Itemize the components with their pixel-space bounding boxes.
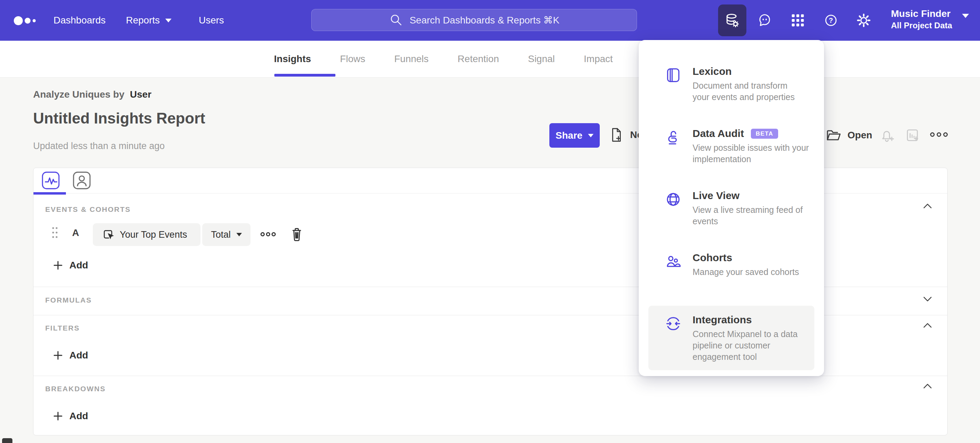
open-report-button[interactable]: Open [826,127,872,143]
tab-impact[interactable]: Impact [584,54,613,65]
tab-retention[interactable]: Retention [458,54,499,65]
search-placeholder: Search Dashboards & Reports ⌘K [410,14,559,26]
plus-icon [53,260,63,270]
collapse-filters-button[interactable] [921,319,934,332]
drag-handle[interactable] [51,226,58,239]
tab-funnels[interactable]: Funnels [394,54,429,65]
expand-formulas-button[interactable] [921,292,934,305]
metrics-tab-button[interactable] [41,171,60,190]
project-scope: All Project Data [891,20,952,31]
section-label-filters: FILTERS [45,324,80,332]
tab-insights[interactable]: Insights [274,54,311,65]
mixpanel-logo-icon[interactable] [14,16,38,25]
nav-dashboards[interactable]: Dashboards [54,0,106,41]
project-caret-icon[interactable] [962,18,969,24]
ellipsis-icon [930,132,948,138]
gear-icon [856,13,872,28]
page-title[interactable]: Untitled Insights Report [33,110,205,127]
active-builder-tab-underline [33,192,66,195]
help-circle-icon: ? [823,13,839,28]
beta-badge: BETA [751,129,778,139]
share-button[interactable]: Share [549,123,600,148]
event-name: Your Top Events [120,229,187,240]
alert-bell-plus-button[interactable] [879,127,895,143]
nav-reports[interactable]: Reports [126,0,172,41]
updated-timestamp: Updated less than a minute ago [33,141,165,151]
help-button[interactable]: ? [817,5,845,36]
section-label-events: EVENTS & COHORTS [45,205,131,214]
event-cursor-icon [102,229,114,241]
plus-icon [53,350,63,360]
data-management-menu: Lexicon Document and transform your even… [639,40,824,376]
search-input[interactable]: Search Dashboards & Reports ⌘K [311,9,637,31]
menu-item-cohorts[interactable]: Cohorts Manage your saved cohorts [648,244,815,285]
delete-event-button[interactable] [288,225,305,243]
menu-item-data-audit[interactable]: Data Audit BETA View possible issues wit… [648,119,815,173]
section-label-breakdowns: BREAKDOWNS [45,385,106,393]
profiles-tab-button[interactable] [72,171,91,190]
report-more-button[interactable] [930,132,948,138]
search-icon [389,13,403,27]
menu-item-lexicon[interactable]: Lexicon Document and transform your even… [648,57,815,110]
chevron-down-icon [165,19,172,22]
menu-item-integrations[interactable]: Integrations Connect Mixpanel to a data … [648,306,815,370]
collapse-breakdowns-button[interactable] [921,380,934,393]
active-tab-underline [274,74,336,76]
bottom-left-cutoff-element [2,438,13,443]
data-audit-icon [664,129,682,146]
apps-grid-button[interactable] [784,5,812,36]
event-selector-chip[interactable]: Your Top Events [93,223,200,246]
data-management-button[interactable] [718,5,746,36]
nav-users[interactable]: Users [199,0,224,41]
pulse-chart-icon [41,171,60,190]
feedback-button[interactable] [751,5,779,36]
cohorts-icon [664,252,682,270]
project-selector[interactable]: Music Finder All Project Data [891,8,952,31]
metric-value: Total [211,229,231,240]
person-card-icon [72,171,91,190]
plus-icon [53,411,63,421]
add-filter-button[interactable]: Add [53,350,88,361]
grid-icon [790,13,805,28]
analyze-label: Analyze Uniques by [33,89,124,100]
trash-icon [288,225,305,243]
lexicon-icon [664,66,682,84]
event-more-button[interactable] [260,232,276,237]
analyze-breadcrumb: Analyze Uniques by User [33,89,151,100]
integrations-icon [664,314,682,333]
chevron-down-icon [236,233,242,237]
report-tabs: Insights Flows Funnels Retention Signal … [0,41,980,78]
live-view-icon [664,191,682,208]
chat-bubble-icon [757,13,773,28]
folder-open-icon [826,127,842,143]
series-letter: A [72,227,79,238]
svg-text:?: ? [829,17,833,24]
chevron-down-icon [588,134,593,137]
collapse-events-button[interactable] [921,200,934,213]
add-event-button[interactable]: Add [53,260,88,271]
section-label-formulas: FORMULAS [45,296,92,304]
tab-flows[interactable]: Flows [340,54,365,65]
menu-item-live-view[interactable]: Live View View a live streaming feed of … [648,181,815,235]
database-gear-icon [724,12,741,29]
add-breakdown-button[interactable]: Add [53,411,88,422]
tab-signal[interactable]: Signal [528,54,555,65]
settings-button[interactable] [850,5,878,36]
add-chart-plus-button[interactable] [905,127,921,143]
top-navbar: Dashboards Reports Users Search Dashboar… [0,0,980,41]
document-plus-icon [609,127,625,143]
analyze-value-dropdown[interactable]: User [130,89,151,100]
metric-selector-chip[interactable]: Total [202,223,251,246]
mixpanel-app: Dashboards Reports Users Search Dashboar… [0,0,980,443]
project-name: Music Finder [891,8,952,20]
